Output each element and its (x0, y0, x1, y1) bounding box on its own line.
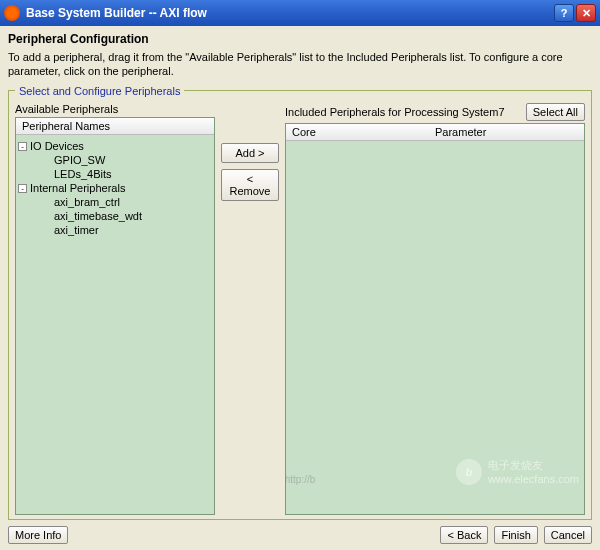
add-button[interactable]: Add > (221, 143, 279, 163)
available-header: Peripheral Names (16, 118, 214, 135)
fieldset-legend: Select and Configure Peripherals (15, 85, 184, 97)
tree-toggle-icon[interactable]: - (18, 184, 27, 193)
included-listbox[interactable]: Core Parameter (285, 123, 585, 515)
included-peripherals-pane: Included Peripherals for Processing Syst… (285, 103, 585, 515)
tree-group-label: Internal Peripherals (30, 182, 125, 194)
peripherals-fieldset: Select and Configure Peripherals Availab… (8, 85, 592, 520)
tree-group-label: IO Devices (30, 140, 84, 152)
included-header: Core Parameter (286, 124, 584, 141)
finish-button[interactable]: Finish (494, 526, 537, 544)
help-button[interactable]: ? (554, 4, 574, 22)
tree-item-leds-4bits[interactable]: LEDs_4Bits (36, 167, 212, 181)
available-peripherals-pane: Available Peripherals Peripheral Names -… (15, 103, 215, 515)
cancel-button[interactable]: Cancel (544, 526, 592, 544)
tree-item-axi-timebase-wdt[interactable]: axi_timebase_wdt (36, 209, 212, 223)
close-button[interactable]: ✕ (576, 4, 596, 22)
tree-group-internal-peripherals[interactable]: -Internal Peripherals (18, 181, 212, 195)
window-titlebar: Base System Builder -- AXI flow ? ✕ (0, 0, 600, 26)
tree-item-axi-timer[interactable]: axi_timer (36, 223, 212, 237)
window-title: Base System Builder -- AXI flow (26, 6, 554, 20)
included-label: Included Peripherals for Processing Syst… (285, 106, 526, 118)
back-button[interactable]: < Back (440, 526, 488, 544)
tree-toggle-icon[interactable]: - (18, 142, 27, 151)
peripheral-tree: -IO Devices GPIO_SW LEDs_4Bits -Internal… (16, 135, 214, 241)
app-icon (4, 5, 20, 21)
transfer-buttons-pane: Add > < Remove (221, 103, 279, 515)
header-core: Core (292, 126, 435, 138)
header-parameter: Parameter (435, 126, 578, 138)
page-description: To add a peripheral, drag it from the "A… (8, 50, 592, 79)
wizard-buttons: More Info < Back Finish Cancel (8, 520, 592, 544)
tree-item-gpio-sw[interactable]: GPIO_SW (36, 153, 212, 167)
header-peripheral-names: Peripheral Names (22, 120, 208, 132)
more-info-button[interactable]: More Info (8, 526, 68, 544)
available-listbox[interactable]: Peripheral Names -IO Devices GPIO_SW LED… (15, 117, 215, 515)
page-heading: Peripheral Configuration (8, 32, 592, 46)
select-all-button[interactable]: Select All (526, 103, 585, 121)
remove-button[interactable]: < Remove (221, 169, 279, 201)
available-label: Available Peripherals (15, 103, 215, 115)
tree-item-axi-bram-ctrl[interactable]: axi_bram_ctrl (36, 195, 212, 209)
tree-group-io-devices[interactable]: -IO Devices (18, 139, 212, 153)
